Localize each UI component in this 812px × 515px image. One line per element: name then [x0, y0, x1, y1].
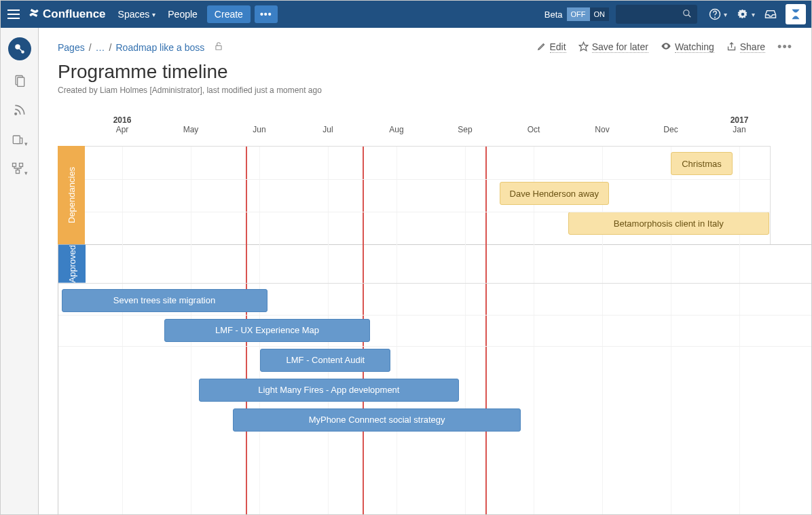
roadmap-bar[interactable]: Christmas: [671, 152, 733, 175]
svg-rect-9: [13, 136, 20, 144]
svg-rect-11: [20, 164, 23, 167]
rss-icon[interactable]: [13, 103, 26, 119]
app-switcher[interactable]: [6, 7, 21, 22]
roadmap-bar[interactable]: Betamorphosis client in Italy: [568, 212, 770, 235]
chevron-down-icon: ▾: [152, 11, 155, 18]
shortcut-icon[interactable]: ▾: [11, 132, 28, 148]
timeline-tick: Dec: [663, 115, 678, 134]
edit-action[interactable]: Edit: [537, 41, 566, 53]
roadmap-bar[interactable]: Light Many Fires - App development: [199, 379, 460, 402]
svg-line-1: [688, 14, 691, 17]
breadcrumb: Pages / … / Roadmap like a boss: [58, 41, 537, 53]
gear-icon[interactable]: ▾: [737, 8, 755, 20]
beta-toggle[interactable]: OFF ON: [567, 7, 610, 21]
watching-action[interactable]: Watching: [661, 41, 714, 54]
svg-rect-10: [13, 164, 16, 167]
timeline-tick: Aug: [389, 115, 403, 134]
user-avatar[interactable]: [786, 4, 806, 24]
timeline-tick: Jul: [322, 115, 333, 134]
brand-name: Confluence: [43, 7, 106, 21]
svg-rect-7: [17, 77, 24, 86]
svg-point-8: [14, 113, 16, 115]
brand[interactable]: Confluence: [28, 7, 106, 22]
help-icon[interactable]: ▾: [709, 8, 727, 20]
save-for-later-action[interactable]: Save for later: [578, 41, 648, 54]
nav-spaces[interactable]: Spaces▾: [118, 9, 156, 20]
swimlane-approved: Seven trees site migrationLMF - UX Exper…: [58, 283, 811, 514]
timeline-tick: 2017Jan: [731, 115, 749, 134]
timeline-tick: Nov: [595, 115, 609, 134]
svg-rect-13: [216, 45, 221, 50]
roadmap-bar[interactable]: Seven trees site migration: [62, 289, 267, 312]
swimlane-dependencies-label: Dependancies: [58, 146, 85, 244]
timeline-tick: 2016Apr: [113, 115, 132, 134]
star-icon: [578, 41, 589, 54]
breadcrumb-current[interactable]: Roadmap like a boss: [115, 42, 204, 53]
timeline-tick: May: [183, 115, 199, 134]
roadmap-bar[interactable]: Dave Henderson away: [500, 182, 610, 205]
space-avatar[interactable]: [8, 37, 31, 60]
search-icon: [682, 9, 692, 20]
tree-icon[interactable]: ▾: [11, 161, 28, 177]
timeline-tick: Oct: [528, 115, 540, 134]
toggle-off[interactable]: OFF: [567, 7, 590, 21]
share-icon: [726, 41, 737, 54]
search-input[interactable]: [616, 5, 697, 24]
share-action[interactable]: Share: [726, 41, 765, 54]
timeline-tick: Sep: [458, 115, 472, 134]
left-rail: ▾ ▾: [1, 28, 39, 514]
page-byline: Created by Liam Holmes [Administrator], …: [58, 85, 792, 95]
swimlane-dependencies: ChristmasDave Henderson awayBetamorphosi…: [85, 146, 771, 244]
nav-people[interactable]: People: [168, 9, 198, 20]
svg-rect-12: [16, 170, 20, 174]
page-more-actions[interactable]: •••: [777, 40, 792, 54]
breadcrumb-ellipsis[interactable]: …: [96, 42, 105, 53]
svg-point-0: [684, 9, 689, 15]
roadmap-timeline: 2016Apr May Jun Jul Aug Sep Oct Nov Dec2…: [58, 115, 771, 514]
svg-marker-14: [579, 42, 588, 51]
beta-label: Beta: [545, 9, 563, 20]
pages-icon[interactable]: [13, 74, 26, 90]
breadcrumb-pages[interactable]: Pages: [58, 42, 85, 53]
roadmap-bar[interactable]: LMF - UX Experience Map: [164, 319, 370, 342]
toggle-on[interactable]: ON: [590, 7, 610, 21]
tray-icon[interactable]: [764, 8, 777, 20]
unlock-icon[interactable]: [214, 41, 223, 53]
roadmap-bar[interactable]: MyPhone Connnect social strategy: [233, 408, 521, 432]
create-button[interactable]: Create: [207, 5, 251, 23]
roadmap-bar[interactable]: LMF - Content Audit: [260, 349, 390, 372]
confluence-logo-icon: [28, 7, 40, 22]
pencil-icon: [537, 41, 547, 53]
timeline-tick: Jun: [253, 115, 265, 134]
eye-icon: [661, 41, 671, 54]
page-title: Programme timeline: [58, 61, 792, 83]
swimlane-approved-label: Approved: [58, 245, 86, 283]
svg-point-3: [715, 17, 716, 18]
nav-more-button[interactable]: •••: [255, 5, 278, 23]
